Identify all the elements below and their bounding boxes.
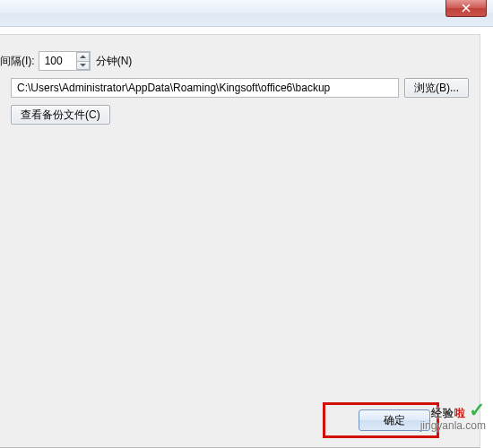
- ok-button[interactable]: 确定: [359, 409, 430, 431]
- interval-spinner[interactable]: [39, 51, 91, 71]
- spinner-down[interactable]: [76, 62, 90, 71]
- close-button[interactable]: [445, 0, 487, 17]
- close-icon: [462, 4, 471, 13]
- interval-row: 间隔(I): 分钟(N): [0, 51, 469, 71]
- chevron-down-icon: [80, 63, 86, 67]
- dialog-footer: 确定: [0, 395, 480, 447]
- interval-unit-label: 分钟(N): [96, 54, 133, 69]
- chevron-up-icon: [80, 55, 86, 59]
- dialog-pane: 间隔(I): 分钟(N) 浏览(B)... 查看备份文件(C): [0, 34, 480, 448]
- spinner-up[interactable]: [76, 52, 90, 62]
- browse-button[interactable]: 浏览(B)...: [404, 78, 469, 98]
- ok-button-label: 确定: [384, 413, 405, 428]
- backup-path-input[interactable]: [11, 78, 399, 98]
- view-backup-button[interactable]: 查看备份文件(C): [11, 105, 110, 125]
- interval-label: 间隔(I):: [0, 54, 35, 69]
- window-titlebar: [0, 0, 493, 27]
- view-backup-row: 查看备份文件(C): [0, 105, 469, 125]
- path-row: 浏览(B)...: [0, 78, 469, 98]
